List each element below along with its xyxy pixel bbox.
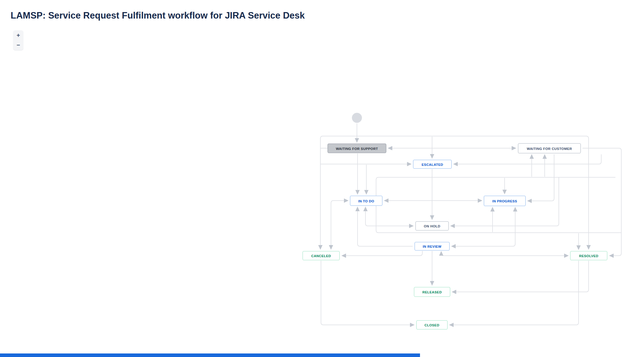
workflow-node-in-progress[interactable]: IN PROGRESS <box>484 196 526 206</box>
workflow-node-label: ON HOLD <box>424 224 440 228</box>
workflow-transition-line <box>454 154 601 164</box>
workflow-node-label: IN PROGRESS <box>492 199 517 203</box>
workflow-node-closed[interactable]: CLOSED <box>416 320 447 329</box>
workflow-transition-line <box>452 233 515 246</box>
workflow-start-node[interactable] <box>352 113 362 123</box>
workflow-node-label: RELEASED <box>422 290 442 294</box>
workflow-node-escalated[interactable]: ESCALATED <box>413 160 452 168</box>
workflow-transition-line <box>365 207 413 226</box>
workflow-node-label: RESOLVED <box>579 254 599 258</box>
workflow-node-on-hold[interactable]: ON HOLD <box>416 222 449 230</box>
workflow-node-in-to-do[interactable]: IN TO DO <box>350 196 382 206</box>
workflow-node-label: IN TO DO <box>358 199 374 203</box>
workflow-node-canceled[interactable]: CANCELED <box>303 251 340 260</box>
workflow-node-label: CLOSED <box>424 323 439 327</box>
bottom-accent-bar <box>0 353 420 357</box>
workflow-transition-line <box>321 261 414 325</box>
workflow-node-waiting-for-support[interactable]: WAITING FOR SUPPORT <box>328 144 386 153</box>
workflow-transition-line <box>449 261 579 325</box>
workflow-transition-line <box>441 252 568 256</box>
workflow-diagram: WAITING FOR SUPPORTWAITING FOR CUSTOMERE… <box>0 0 644 357</box>
workflow-transition-line <box>358 207 413 246</box>
workflow-node-label: IN REVIEW <box>423 245 442 248</box>
workflow-transition-line <box>342 251 422 256</box>
workflow-node-label: WAITING FOR CUSTOMER <box>527 147 572 151</box>
workflow-transition-line <box>452 261 589 292</box>
workflow-node-label: ESCALATED <box>421 163 443 166</box>
workflow-diagram-container: WAITING FOR SUPPORTWAITING FOR CUSTOMERE… <box>0 0 644 357</box>
workflow-transition-line <box>331 201 348 249</box>
workflow-node-in-review[interactable]: IN REVIEW <box>415 242 449 250</box>
workflow-node-label: CANCELED <box>311 254 331 258</box>
workflow-node-released[interactable]: RELEASED <box>414 287 450 297</box>
workflow-node-waiting-for-customer[interactable]: WAITING FOR CUSTOMER <box>518 143 581 153</box>
workflow-node-resolved[interactable]: RESOLVED <box>570 251 607 260</box>
workflow-node-label: WAITING FOR SUPPORT <box>336 147 378 151</box>
